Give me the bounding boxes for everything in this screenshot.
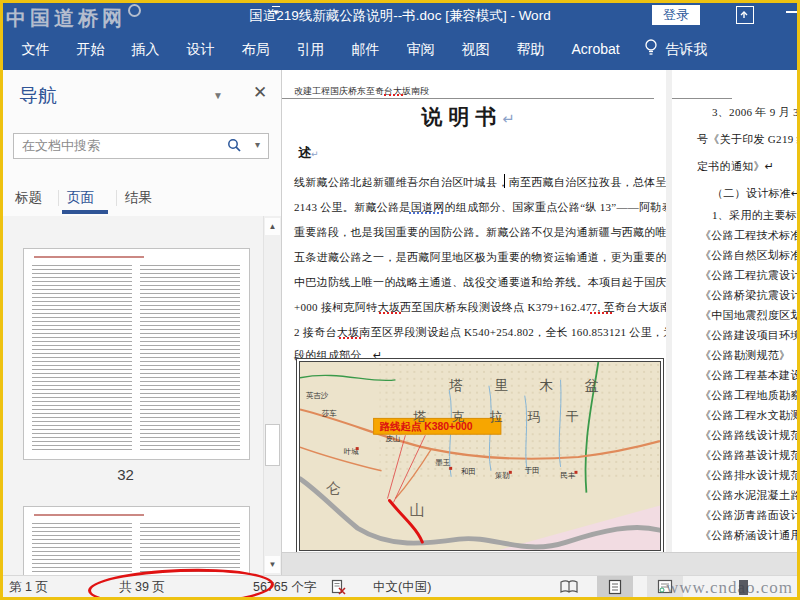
reference-line: 《公路沥青路面设计 — [700, 508, 797, 523]
active-tab-underline — [62, 210, 108, 214]
map-place: 皮山 — [386, 434, 401, 443]
reference-line: 《公路路基设计规范 — [700, 448, 797, 463]
grammar-squiggle — [409, 212, 443, 214]
thumbnail-page-number: 32 — [3, 466, 248, 483]
read-mode-icon[interactable] — [551, 576, 587, 597]
minimize-button[interactable] — [786, 11, 797, 13]
page-header-text: 改建工程国庆桥东至奇台大坂南段 — [294, 85, 429, 98]
login-button[interactable]: 登录 — [652, 5, 700, 25]
ribbon-tab-bar: 文件 开始 插入 设计 布局 引用 邮件 审阅 视图 帮助 Acrobat 告诉… — [3, 28, 797, 70]
reference-line: 《公路建设项目环境 — [700, 328, 797, 343]
map-place: 莎车 — [322, 409, 337, 418]
reference-line: 《公路桥涵设计通用 — [700, 528, 797, 543]
close-icon[interactable]: ✕ — [253, 82, 267, 103]
scroll-up-icon[interactable]: ▲ — [265, 218, 280, 235]
thumbnail-text-column — [140, 523, 240, 575]
arrow-up-icon — [737, 7, 751, 21]
search-icon[interactable] — [227, 138, 242, 157]
navigation-pane-title: 导航 — [19, 83, 57, 109]
spellcheck-squiggle — [379, 312, 401, 314]
tab-acrobat[interactable]: Acrobat — [558, 29, 633, 69]
thumbnails-scrollbar[interactable]: ▲ ▼ — [263, 216, 281, 575]
reference-line: 《公路勘测规范》（ — [700, 348, 797, 363]
document-title: 说明书↵ — [282, 103, 654, 131]
city-marker — [449, 467, 452, 470]
proofing-error-icon[interactable] — [331, 579, 346, 598]
document-search-box[interactable]: ▾ — [13, 133, 269, 159]
map-label-desert: 塔 克 拉 玛 干 — [412, 410, 589, 424]
document-canvas: 改建工程国庆桥东至奇台大坂南段 说明书↵ 述↵ 线新藏公路北起新疆维吾尔自治区叶… — [282, 70, 797, 575]
body-line: （二）设计标准↵ — [712, 186, 797, 201]
document-page-2[interactable]: 3、2006 年 9 月 30 号《关于印发 G219 线新藏 定书的通知》↵ … — [672, 70, 797, 552]
map-place: 英吉沙 — [306, 391, 329, 400]
spellcheck-squiggle — [384, 94, 403, 96]
page-thumbnail-32[interactable] — [23, 248, 250, 460]
nav-tab-pages[interactable]: 页面 — [67, 189, 94, 207]
page-indicator[interactable]: 第 1 页 — [9, 579, 48, 596]
document-background-strip — [282, 552, 797, 575]
tab-design[interactable]: 设计 — [173, 29, 228, 69]
ribbon-display-options-icon[interactable] — [736, 6, 754, 24]
tab-layout[interactable]: 布局 — [228, 29, 283, 69]
tab-references[interactable]: 引用 — [283, 29, 338, 69]
city-marker — [574, 471, 577, 474]
body-line: 2143 公里。新藏公路是国道网的组成部分、国家重点公路“纵 13”——阿勒泰 — [294, 200, 666, 215]
thumbnail-heading-line — [34, 256, 144, 258]
site-watermark-top: 中国道桥网 — [6, 4, 141, 32]
body-line: 3、2006 年 9 月 30 — [712, 105, 797, 120]
search-options-chevron-icon[interactable]: ▾ — [255, 139, 260, 150]
scroll-down-icon[interactable]: ▼ — [265, 556, 280, 573]
site-watermark-bottom: www.cndao.com — [666, 578, 793, 598]
navigation-options-dropdown-icon[interactable]: ▼ — [213, 90, 223, 101]
thumbnail-heading-line — [34, 514, 144, 516]
nav-tab-results[interactable]: 结果 — [125, 189, 152, 207]
nav-tab-headings[interactable]: 标题 — [15, 189, 42, 207]
paragraph-mark: ↵ — [311, 149, 319, 159]
tab-file[interactable]: 文件 — [8, 29, 63, 69]
map-label-mountain: 仑 — [326, 480, 341, 496]
body-line: 五条进藏公路之一，是西藏阿里地区极为重要的物资运输通道，更为重要的是， — [294, 250, 666, 265]
spellcheck-squiggle — [339, 337, 361, 339]
document-page-1[interactable]: 改建工程国庆桥东至奇台大坂南段 说明书↵ 述↵ 线新藏公路北起新疆维吾尔自治区叶… — [282, 70, 666, 552]
reference-line: 《公路工程水文勘测 — [700, 408, 797, 423]
reference-line: 《公路排水设计规范 — [700, 468, 797, 483]
tab-home[interactable]: 开始 — [63, 29, 118, 69]
tab-tell-me[interactable]: 告诉我 — [661, 29, 721, 69]
map-label-basin: 塔 里 木 盆 — [448, 378, 613, 393]
thumbnail-text-column — [32, 265, 132, 451]
section-heading: 述↵ — [298, 144, 319, 162]
reference-line: 《公路路线设计规范 — [700, 428, 797, 443]
tab-help[interactable]: 帮助 — [503, 29, 558, 69]
body-line: 重要路段，也是我国重要的国防公路。新藏公路不仅是沟通新疆与西藏的唯一 — [294, 225, 666, 240]
text-cursor — [504, 174, 505, 188]
scrollbar-thumb[interactable] — [265, 424, 280, 466]
map-label-mountain: 山 — [409, 502, 424, 518]
tab-insert[interactable]: 插入 — [118, 29, 173, 69]
watermark-cursor-block — [739, 580, 748, 595]
tab-review[interactable]: 审阅 — [393, 29, 448, 69]
tab-view[interactable]: 视图 — [448, 29, 503, 69]
body-line: 定书的通知》↵ — [697, 159, 774, 174]
tab-separator — [116, 190, 117, 206]
city-marker — [356, 447, 359, 450]
map-place: 策勒 — [495, 471, 510, 480]
header-rule — [672, 98, 732, 99]
language-indicator[interactable]: 中文(中国) — [373, 579, 431, 596]
map-place: 和田 — [461, 467, 476, 476]
header-rule — [282, 98, 654, 99]
route-map-image[interactable]: 路线起点 K380+000 塔 里 木 盆 塔 克 拉 玛 干 仑 山 英吉沙 … — [296, 358, 664, 552]
reference-line: 《公路工程抗震设计 — [700, 268, 797, 283]
reference-line: 《中国地震烈度区划 — [700, 308, 797, 323]
lightbulb-icon — [643, 37, 659, 61]
map-place: 墨玉 — [435, 458, 450, 467]
route-map-border: 路线起点 K380+000 塔 里 木 盆 塔 克 拉 玛 干 仑 山 英吉沙 … — [299, 361, 661, 551]
map-place: 民丰 — [561, 471, 576, 480]
map-place: 于田 — [525, 466, 540, 475]
tab-mailings[interactable]: 邮件 — [338, 29, 393, 69]
paragraph-mark: ↵ — [502, 111, 514, 127]
watermark-ring-icon — [128, 4, 141, 17]
page-thumbnail-33[interactable] — [23, 506, 250, 575]
print-layout-icon[interactable] — [597, 576, 633, 597]
body-line: 1、采用的主要标准 — [712, 208, 797, 223]
search-input[interactable] — [20, 137, 214, 154]
